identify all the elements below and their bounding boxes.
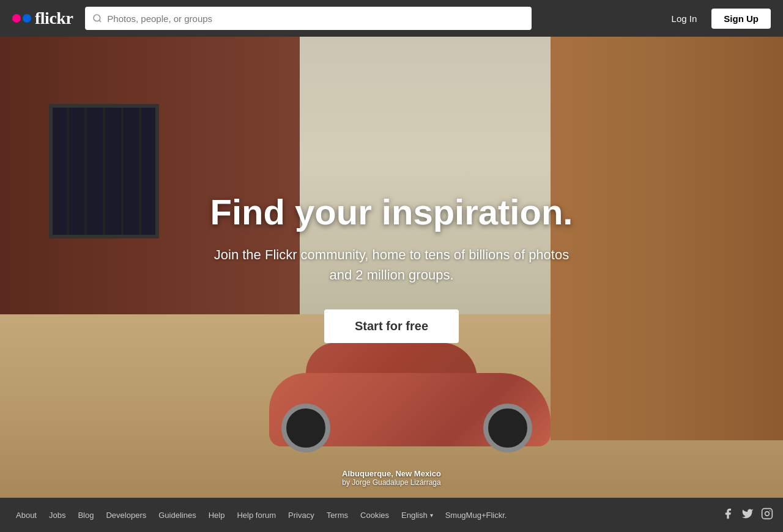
- header: flickr Log In Sign Up: [0, 0, 783, 37]
- photo-location: Albuquerque, New Mexico: [342, 469, 441, 478]
- footer-link-jobs[interactable]: Jobs: [43, 511, 72, 520]
- svg-rect-2: [762, 509, 773, 519]
- logo-text: flickr: [35, 9, 73, 28]
- footer-link-help[interactable]: Help: [202, 511, 231, 520]
- photo-credit: Albuquerque, New Mexico by Jorge Guadalu…: [342, 469, 441, 487]
- footer: About Jobs Blog Developers Guidelines He…: [0, 498, 783, 532]
- facebook-icon[interactable]: [722, 508, 734, 522]
- footer-link-developers[interactable]: Developers: [100, 511, 152, 520]
- svg-point-4: [770, 511, 771, 512]
- svg-point-3: [765, 512, 770, 516]
- language-label: English: [401, 511, 428, 520]
- logo[interactable]: flickr: [12, 9, 73, 28]
- svg-line-1: [99, 20, 101, 22]
- dot-blue: [23, 14, 31, 23]
- footer-link-cookies[interactable]: Cookies: [354, 511, 395, 520]
- social-links: [722, 508, 773, 522]
- footer-link-terms[interactable]: Terms: [321, 511, 354, 520]
- smugmug-link[interactable]: SmugMug+Flickr.: [439, 511, 513, 520]
- language-selector[interactable]: English ▾: [395, 511, 439, 520]
- search-input[interactable]: [107, 13, 524, 24]
- footer-link-guidelines[interactable]: Guidelines: [152, 511, 202, 520]
- twitter-icon[interactable]: [741, 508, 754, 522]
- svg-point-0: [94, 15, 100, 21]
- search-icon: [92, 13, 102, 23]
- login-button[interactable]: Log In: [664, 10, 705, 28]
- hero-title: Find your inspiration.: [210, 191, 573, 232]
- instagram-icon[interactable]: [761, 508, 773, 522]
- dot-pink: [12, 14, 21, 23]
- signup-button[interactable]: Sign Up: [711, 9, 771, 29]
- hero-overlay: Find your inspiration. Join the Flickr c…: [0, 0, 783, 498]
- logo-dots: [12, 14, 31, 23]
- hero-section: flickr Log In Sign Up: [0, 0, 783, 532]
- search-bar: [85, 7, 532, 30]
- hero-subtitle: Join the Flickr community, home to tens …: [202, 245, 581, 285]
- header-nav: Log In Sign Up: [664, 9, 771, 29]
- chevron-down-icon: ▾: [430, 512, 433, 519]
- start-free-button[interactable]: Start for free: [324, 309, 459, 343]
- footer-link-privacy[interactable]: Privacy: [282, 511, 321, 520]
- photo-author: by Jorge Guadalupe Lizárraga: [342, 478, 441, 487]
- footer-link-helpforum[interactable]: Help forum: [231, 511, 282, 520]
- footer-link-about[interactable]: About: [10, 511, 43, 520]
- footer-link-blog[interactable]: Blog: [72, 511, 100, 520]
